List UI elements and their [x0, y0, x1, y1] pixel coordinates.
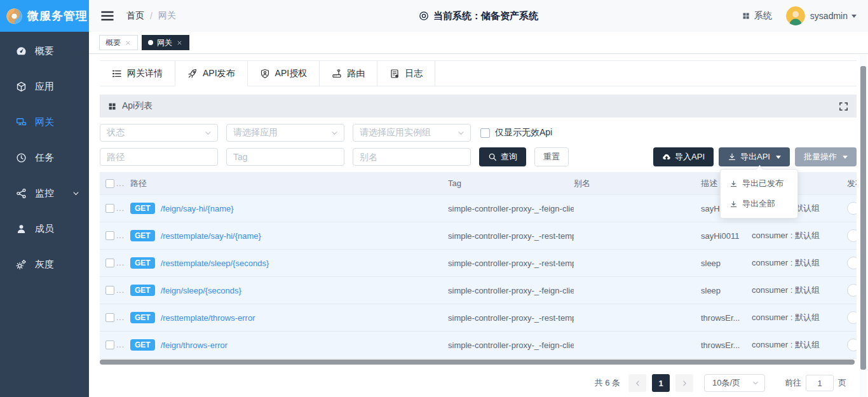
goto-page-input[interactable]	[806, 375, 834, 391]
tab[interactable]: API发布	[175, 61, 248, 86]
path-input[interactable]	[100, 148, 218, 166]
tab[interactable]: 路由	[320, 61, 377, 86]
invalid-api-checkbox[interactable]: 仅显示无效Api	[480, 127, 552, 138]
publish-toggle[interactable]	[847, 284, 857, 297]
panel-header: Api列表	[100, 95, 857, 118]
batch-actions-button[interactable]: 批量操作	[795, 147, 857, 166]
api-path-link[interactable]: /feign/sleep/{seconds}	[161, 286, 241, 295]
row-checkbox[interactable]	[105, 259, 114, 267]
tag-input[interactable]	[226, 148, 344, 166]
select-all-checkbox[interactable]	[105, 179, 114, 188]
grid-icon	[742, 12, 750, 20]
api-path-link[interactable]: /resttemplate/say-hi/{name}	[161, 231, 261, 241]
export-menu-item[interactable]: 导出已发布	[721, 173, 797, 194]
api-path-link[interactable]: /feign/throws-error	[161, 340, 227, 350]
sidebar-item[interactable]: 任务	[0, 140, 89, 175]
row-checkbox[interactable]	[105, 340, 114, 349]
sidebar-item[interactable]: 灰度	[0, 246, 89, 282]
row-checkbox[interactable]	[105, 286, 114, 295]
tab[interactable]: API授权	[248, 61, 320, 86]
avatar[interactable]	[786, 6, 805, 25]
eye-icon	[419, 11, 429, 21]
group-cell: consumer : 默认组	[752, 230, 847, 241]
breadcrumb: 首页 / 网关	[126, 10, 176, 22]
caret-down-icon[interactable]	[851, 15, 857, 18]
sidebar-item[interactable]: 概要	[0, 33, 89, 69]
gateway-tabs: 网关详情 API发布 API授权 路由	[100, 60, 857, 86]
prev-page-button[interactable]	[628, 374, 646, 392]
publish-toggle[interactable]	[847, 339, 857, 351]
sidebar-nav: 概要 应用 网关 任务	[0, 32, 89, 282]
application-select[interactable]: 请选择应用	[226, 124, 344, 142]
sidebar-item-label: 任务	[35, 152, 54, 164]
tag-cell: simple-controller-proxy-_-feign-clie	[448, 204, 574, 213]
breadcrumb-home[interactable]: 首页	[126, 10, 144, 22]
vertical-scrollbar-track[interactable]	[860, 55, 867, 397]
current-page-button[interactable]: 1	[652, 374, 670, 392]
search-button[interactable]: 查询	[479, 147, 526, 166]
api-path-link[interactable]: /resttemplate/sleep/{seconds}	[161, 259, 269, 268]
view-tag-chip[interactable]: 概要	[99, 35, 138, 50]
table-row: ... GET /resttemplate/throws-error simpl…	[100, 304, 857, 332]
router-icon	[332, 69, 342, 79]
page-unit-label: 页	[838, 377, 846, 389]
sidebar-item[interactable]: 网关	[0, 104, 89, 140]
publish-toggle[interactable]	[847, 257, 857, 269]
tab[interactable]: 日志	[377, 61, 435, 86]
alias-input[interactable]	[353, 148, 471, 166]
sidebar-item-label: 概要	[35, 45, 54, 57]
table-row: ... GET /feign/throws-error simple-contr…	[100, 332, 857, 359]
member-icon	[16, 224, 27, 234]
row-checkbox[interactable]	[105, 204, 114, 213]
fullscreen-icon[interactable]	[839, 102, 848, 111]
tab-label: 网关详情	[127, 68, 163, 79]
username[interactable]: sysadmin	[810, 11, 848, 21]
application-select-placeholder: 请选择应用	[233, 127, 278, 138]
gateway-icon	[16, 117, 27, 128]
tab[interactable]: 网关详情	[100, 61, 175, 86]
reset-button[interactable]: 重置	[534, 147, 569, 166]
checkbox-box[interactable]	[480, 128, 490, 138]
publish-toggle[interactable]	[847, 229, 857, 242]
vertical-scrollbar-thumb[interactable]	[860, 66, 866, 370]
close-icon[interactable]	[125, 39, 132, 46]
sidebar-item-label: 监控	[35, 187, 54, 199]
sidebar-item[interactable]: 监控	[0, 175, 89, 211]
sidebar-item-label: 应用	[35, 81, 54, 93]
horizontal-scrollbar[interactable]	[100, 360, 855, 365]
api-path-link[interactable]: /resttemplate/throws-error	[161, 313, 255, 323]
sidebar-item[interactable]: 成员	[0, 211, 89, 246]
overflow-ellipsis: ...	[116, 179, 125, 188]
app-logo[interactable]: 微服务管理	[0, 0, 89, 32]
row-checkbox[interactable]	[105, 313, 114, 322]
instance-group-select[interactable]: 请选择应用实例组	[353, 124, 471, 142]
page-size-select[interactable]: 10条/页	[704, 374, 765, 392]
chevron-down-icon	[457, 129, 465, 137]
export-menu-item[interactable]: 导出全部	[721, 194, 797, 214]
close-icon[interactable]	[176, 39, 183, 46]
status-select[interactable]: 状态	[100, 124, 218, 142]
system-menu[interactable]: 系统	[742, 10, 772, 22]
view-tag-chip[interactable]: 网关	[142, 35, 189, 50]
import-api-button[interactable]: 导入API	[653, 147, 714, 166]
export-api-button[interactable]: 导出API	[719, 147, 790, 166]
instance-group-select-placeholder: 请选择应用实例组	[360, 127, 431, 138]
rocket-icon	[187, 69, 198, 79]
hamburger-menu-icon[interactable]	[100, 9, 114, 23]
api-path-link[interactable]: /feign/say-hi/{name}	[161, 204, 234, 213]
export-menu-item-label: 导出已发布	[742, 178, 783, 189]
breadcrumb-separator: /	[150, 11, 153, 21]
next-page-button[interactable]	[675, 374, 693, 392]
publish-toggle[interactable]	[847, 311, 857, 324]
sidebar-item[interactable]: 应用	[0, 69, 89, 104]
sidebar-item-label: 成员	[35, 223, 54, 235]
column-header-tag: Tag	[448, 178, 574, 188]
publish-toggle[interactable]	[847, 202, 857, 215]
group-cell: consumer : 默认组	[752, 312, 847, 323]
table-row: ... GET /resttemplate/sleep/{seconds} si…	[100, 250, 857, 277]
group-cell: consumer : 默认组	[752, 339, 847, 351]
app-window: 微服务管理 概要 应用 网关	[0, 0, 868, 397]
tabs-filler	[435, 61, 857, 86]
log-icon	[390, 69, 400, 79]
row-checkbox[interactable]	[105, 231, 114, 240]
